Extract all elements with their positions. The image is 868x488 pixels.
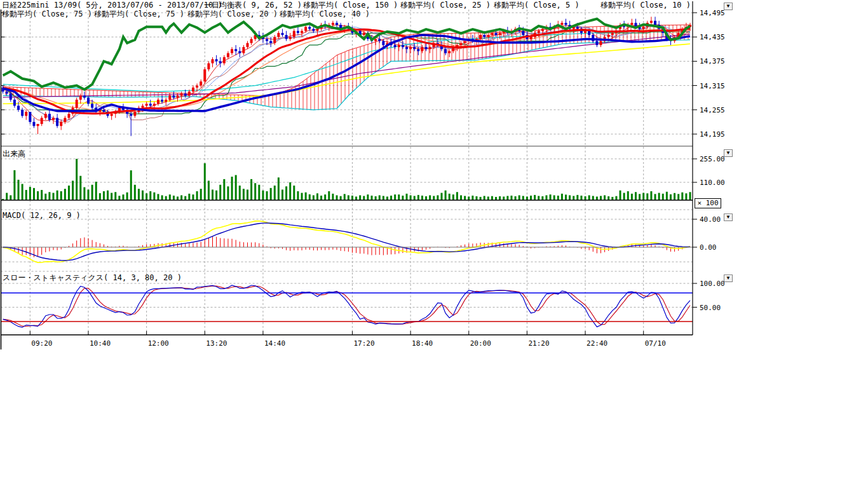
x-axis-label: 22:40 — [587, 339, 607, 348]
stoch-scale-dropdown-button[interactable]: ▼ — [724, 274, 733, 282]
x-axis-label: 07/10 — [645, 339, 666, 348]
price-axis-label: 14,255 — [700, 106, 725, 114]
volume-axis-label: 110.00 — [700, 179, 725, 187]
x-axis-label: 10:40 — [90, 339, 111, 348]
x-axis-label: 13:20 — [206, 339, 227, 348]
price-axis-label: 14,195 — [700, 130, 725, 139]
x-axis-label: 12:00 — [148, 339, 169, 348]
chart-canvas — [0, 0, 737, 356]
stoch-panel-label: スロー・ストキャスティクス( 14, 3, 80, 20 ) — [3, 273, 182, 283]
stoch-axis-label: 50.00 — [700, 304, 721, 312]
macd-scale-dropdown-button[interactable]: ▼ — [724, 214, 733, 221]
macd-axis-label: 0.00 — [700, 243, 717, 252]
x-axis-label: 17:20 — [353, 339, 374, 348]
volume-panel-label: 出来高 — [3, 149, 25, 159]
chart-application-window: 日経225mini 13/09( 5分, 2013/07/06 - 2013/0… — [0, 0, 868, 488]
macd-axis-label: 40.00 — [700, 215, 721, 224]
price-axis-label: 14,315 — [700, 82, 725, 90]
volume-multiplier-badge: × 100 — [695, 198, 721, 208]
x-axis-label: 09:20 — [31, 339, 52, 348]
price-axis-label: 14,495 — [700, 9, 725, 17]
x-axis-label: 18:40 — [412, 339, 433, 348]
volume-axis-label: 255.00 — [700, 155, 725, 163]
x-axis-label: 21:20 — [528, 339, 549, 348]
price-scale-dropdown-button[interactable]: ▼ — [724, 3, 733, 10]
volume-scale-dropdown-button[interactable]: ▼ — [724, 149, 733, 157]
x-axis-label: 14:40 — [264, 339, 285, 348]
price-axis-label: 14,435 — [700, 33, 725, 41]
price-axis-label: 14,375 — [700, 57, 725, 65]
x-axis-label: 20:00 — [470, 339, 491, 348]
stoch-axis-label: 100.00 — [700, 280, 725, 288]
macd-panel-label: MACD( 12, 26, 9 ) — [3, 211, 81, 220]
